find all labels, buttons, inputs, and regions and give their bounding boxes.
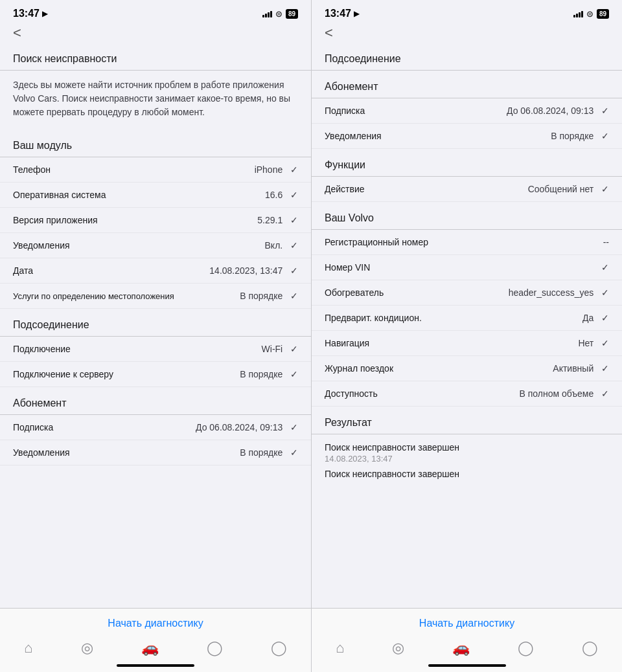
nav-bar-right: < (312, 22, 622, 43)
row-label: Навигация (325, 338, 369, 348)
location-icon-right: ▶ (354, 10, 359, 18)
row-value: В полном объеме ✓ (519, 388, 609, 399)
row-value: ✓ (601, 262, 609, 273)
tab-chat-left[interactable]: ◯ (199, 638, 231, 658)
row-value: В порядке ✓ (240, 369, 298, 379)
table-row: Подключение Wi-Fi ✓ (0, 337, 311, 362)
table-row: Услуги по определению местоположения В п… (0, 284, 311, 309)
tab-profile-left[interactable]: ◯ (263, 638, 295, 658)
connection-section-header-right: Подсоединение (312, 43, 622, 70)
check-icon: ✓ (290, 265, 298, 276)
row-label: Подписка (13, 422, 53, 432)
back-button-left[interactable]: < (13, 26, 21, 40)
tab-home-right[interactable]: ⌂ (328, 638, 352, 658)
signal-bars-right (573, 10, 583, 17)
tab-bar-left: ⌂ ◎ 🚗 ◯ ◯ (0, 633, 311, 660)
subscription-section-header-left: Абонемент (0, 387, 311, 414)
check-icon: ✓ (601, 388, 609, 399)
row-label: Действие (325, 184, 365, 194)
functions-section-header: Функции (312, 149, 622, 176)
row-label: Номер VIN (325, 262, 370, 273)
table-row: Подключение к серверу В порядке ✓ (0, 362, 311, 387)
check-icon: ✓ (290, 215, 298, 225)
location-icon-left: ▶ (42, 10, 47, 18)
time-right: 13:47 (325, 8, 351, 19)
time-left: 13:47 (13, 8, 40, 19)
profile-icon-right: ◯ (582, 640, 598, 656)
row-label: Уведомления (13, 447, 70, 458)
check-icon: ✓ (601, 106, 609, 116)
table-row: Регистрационный номер -- (312, 230, 622, 255)
row-value: В порядке ✓ (551, 131, 609, 141)
result-content: Поиск неисправности завершен 14.08.2023,… (312, 434, 622, 483)
home-indicator-right (428, 664, 506, 667)
row-label: Телефон (13, 164, 51, 175)
status-bar-right: 13:47 ▶ ⊜ 89 (312, 0, 622, 22)
check-icon: ✓ (290, 344, 298, 354)
right-panel: 13:47 ▶ ⊜ 89 < Подсоединение Абонемент П… (311, 0, 622, 672)
result-date: 14.08.2023, 13:47 (325, 454, 609, 464)
row-value: В порядке ✓ (240, 291, 298, 301)
check-icon: ✓ (290, 240, 298, 251)
tab-location-right[interactable]: ◎ (384, 638, 412, 658)
table-row: Предварит. кондицион. Да ✓ (312, 306, 622, 331)
table-row: Уведомления В порядке ✓ (0, 440, 311, 465)
row-label: Предварит. кондицион. (325, 313, 422, 323)
row-value: В порядке ✓ (240, 447, 298, 458)
row-label: Версия приложения (13, 215, 98, 225)
result-note: Поиск неисправности завершен (325, 469, 609, 479)
row-value: 16.6 ✓ (265, 190, 298, 200)
table-row: Доступность В полном объеме ✓ (312, 381, 622, 407)
table-row: Номер VIN ✓ (312, 255, 622, 280)
table-row: Уведомления В порядке ✓ (312, 124, 622, 149)
table-row: Журнал поездок Активный ✓ (312, 356, 622, 381)
diagnose-button-right[interactable]: Начать диагностику (312, 609, 622, 633)
tab-car-right[interactable]: 🚗 (444, 638, 478, 658)
volvo-section-header: Ваш Volvo (312, 202, 622, 229)
check-icon: ✓ (601, 287, 609, 298)
table-row: Дата 14.08.2023, 13:47 ✓ (0, 258, 311, 284)
tab-chat-right[interactable]: ◯ (510, 638, 542, 658)
row-label: Дата (13, 265, 33, 276)
row-label: Подключение (13, 344, 71, 354)
row-label: Обогреватель (325, 287, 384, 298)
tab-car-left[interactable]: 🚗 (133, 638, 167, 658)
check-icon: ✓ (290, 291, 298, 301)
row-value: До 06.08.2024, 09:13 ✓ (507, 106, 609, 116)
row-value: Активный ✓ (553, 363, 609, 374)
check-icon: ✓ (290, 447, 298, 458)
table-row: Навигация Нет ✓ (312, 331, 622, 356)
row-value: Да ✓ (582, 313, 609, 323)
row-value: Вкл. ✓ (265, 240, 298, 251)
check-icon: ✓ (601, 363, 609, 374)
status-time-left: 13:47 ▶ (13, 8, 47, 19)
back-button-right[interactable]: < (325, 26, 333, 40)
row-label: Уведомления (325, 131, 382, 141)
car-icon-left: 🚗 (141, 640, 159, 656)
table-row: Оперативная система 16.6 ✓ (0, 183, 311, 208)
tab-location-left[interactable]: ◎ (73, 638, 101, 658)
row-value: 14.08.2023, 13:47 ✓ (209, 265, 298, 276)
home-icon-left: ⌂ (24, 640, 32, 656)
status-time-right: 13:47 ▶ (325, 8, 359, 19)
subscription-section-header-right: Абонемент (312, 71, 622, 98)
description-left: Здесь вы можете найти источник проблем в… (0, 71, 311, 129)
check-icon: ✓ (601, 131, 609, 141)
tab-bar-right: ⌂ ◎ 🚗 ◯ ◯ (312, 633, 622, 660)
chat-icon-right: ◯ (518, 640, 534, 656)
check-icon: ✓ (290, 369, 298, 379)
profile-icon-left: ◯ (271, 640, 287, 656)
diagnose-button-left[interactable]: Начать диагностику (0, 609, 311, 633)
check-icon: ✓ (290, 164, 298, 175)
row-label: Уведомления (13, 240, 70, 251)
table-row: Уведомления Вкл. ✓ (0, 233, 311, 258)
table-row: Версия приложения 5.29.1 ✓ (0, 208, 311, 233)
battery-left: 89 (286, 9, 298, 19)
tab-home-left[interactable]: ⌂ (16, 638, 40, 658)
status-bar-left: 13:47 ▶ ⊜ 89 (0, 0, 311, 22)
signal-bars-left (262, 10, 272, 17)
check-icon: ✓ (290, 422, 298, 432)
check-icon: ✓ (601, 262, 609, 273)
tab-profile-right[interactable]: ◯ (574, 638, 606, 658)
row-value: -- (603, 237, 609, 247)
